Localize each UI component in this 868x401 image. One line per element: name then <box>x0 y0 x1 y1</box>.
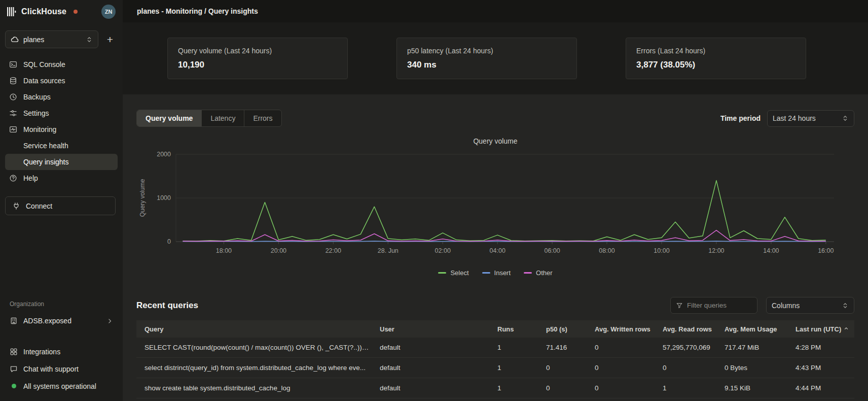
console-icon <box>9 60 17 69</box>
organization-item[interactable]: ADSB.exposed <box>5 312 118 329</box>
cloud-icon <box>11 36 19 44</box>
sidebar-item-sql-console[interactable]: SQL Console <box>5 56 118 73</box>
controls-row: Query volumeLatencyErrors Time period La… <box>136 110 854 127</box>
brand[interactable]: ClickHouse <box>7 7 66 16</box>
svg-text:04:00: 04:00 <box>490 247 505 254</box>
sidebar-item-service-health[interactable]: Service health <box>5 138 118 154</box>
sidebar-item-label: Service health <box>23 142 68 150</box>
chart-title: Query volume <box>136 137 854 145</box>
plug-icon <box>12 202 20 210</box>
svg-text:08:00: 08:00 <box>599 247 614 254</box>
chart-legend: SelectInsertOther <box>136 269 854 277</box>
cell-runs: 1 <box>492 358 541 378</box>
sidebar-item-help[interactable]: Help <box>5 170 118 186</box>
add-service-button[interactable]: + <box>103 33 117 46</box>
column-header-query[interactable]: Query <box>136 320 375 338</box>
stat-card-errors-last-24-hours: Errors (Last 24 hours)3,877 (38.05%) <box>626 38 806 79</box>
column-header-runs[interactable]: Runs <box>492 320 541 338</box>
legend-item-other[interactable]: Other <box>524 269 553 277</box>
sidebar: ClickHouse ZN planes + SQ <box>0 0 123 401</box>
svg-text:16:00: 16:00 <box>818 247 834 254</box>
filter-queries-box[interactable] <box>670 297 757 314</box>
stat-card-label: Query volume (Last 24 hours) <box>178 47 337 55</box>
footer-item-label: All systems operational <box>23 382 96 390</box>
query-volume-chart: 01000200018:0020:0022:0028. Jun02:0004:0… <box>136 147 854 268</box>
tab-latency[interactable]: Latency <box>202 110 244 126</box>
help-icon <box>9 174 17 182</box>
stat-card-value: 3,877 (38.05%) <box>636 60 795 70</box>
tab-group: Query volumeLatencyErrors <box>136 110 282 127</box>
chevron-up-down-icon <box>86 36 93 43</box>
organization-section: Organization ADSB.exposed <box>0 300 123 329</box>
filter-queries-input[interactable] <box>687 302 752 309</box>
cell-user: default <box>375 338 492 358</box>
cell-avg-mem-usage: 0 Bytes <box>719 358 790 378</box>
main-column: planes - Monitoring / Query insights Que… <box>123 0 868 401</box>
stat-card-value: 10,190 <box>178 60 337 70</box>
column-header-avg-written-rows[interactable]: Avg. Written rows <box>590 320 658 338</box>
sidebar-top: ClickHouse ZN <box>0 0 123 23</box>
avatar[interactable]: ZN <box>101 5 116 19</box>
cell-runs: 1 <box>492 338 541 358</box>
backups-icon <box>9 93 17 101</box>
footer-item-all-systems-operational[interactable]: All systems operational <box>5 378 118 394</box>
column-header-p50-s[interactable]: p50 (s) <box>541 320 590 338</box>
tab-errors[interactable]: Errors <box>244 110 281 126</box>
building-icon <box>10 317 18 325</box>
breadcrumb: planes - Monitoring / Query insights <box>137 7 258 15</box>
footer-item-label: Integrations <box>23 348 60 356</box>
cell-last-run-utc: 4:44 PM <box>790 378 854 398</box>
table-row[interactable]: SELECT CAST(round(pow(count() / max(coun… <box>136 338 854 358</box>
column-header-last-run-utc[interactable]: Last run (UTC) <box>790 320 854 338</box>
table-row[interactable]: show create table system.distributed_cac… <box>136 378 854 398</box>
stat-card-label: p50 latency (Last 24 hours) <box>407 47 566 55</box>
svg-text:28. Jun: 28. Jun <box>378 247 399 254</box>
legend-label: Select <box>450 269 468 277</box>
svg-text:20:00: 20:00 <box>271 247 286 254</box>
recent-queries-table: QueryUserRunsp50 (s)Avg. Written rowsAvg… <box>136 320 854 398</box>
status-dot <box>10 384 18 388</box>
stat-card-label: Errors (Last 24 hours) <box>636 47 795 55</box>
chat-icon <box>10 365 18 373</box>
sidebar-item-settings[interactable]: Settings <box>5 105 118 121</box>
service-selector[interactable]: planes <box>5 30 98 48</box>
tab-query-volume[interactable]: Query volume <box>137 110 202 126</box>
legend-item-insert[interactable]: Insert <box>482 269 511 277</box>
time-period: Time period Last 24 hours <box>720 110 854 127</box>
sort-asc-icon <box>844 325 849 332</box>
connect-button[interactable]: Connect <box>5 196 116 215</box>
column-header-avg-read-rows[interactable]: Avg. Read rows <box>658 320 719 338</box>
chevron-up-down-icon <box>842 302 849 309</box>
svg-text:22:00: 22:00 <box>326 247 341 254</box>
table-row[interactable]: select distrinct(query_id) from system.d… <box>136 358 854 378</box>
svg-text:18:00: 18:00 <box>216 247 232 254</box>
app-root: ClickHouse ZN planes + SQ <box>0 0 868 401</box>
legend-swatch <box>524 272 532 274</box>
sidebar-item-backups[interactable]: Backups <box>5 89 118 105</box>
legend-swatch <box>482 272 490 274</box>
sidebar-item-data-sources[interactable]: Data sources <box>5 73 118 89</box>
columns-select[interactable]: Columns <box>766 297 854 314</box>
time-period-select[interactable]: Last 24 hours <box>767 110 854 127</box>
service-name: planes <box>23 36 44 44</box>
cell-last-run-utc: 4:43 PM <box>790 358 854 378</box>
stats-band: Query volume (Last 24 hours)10,190p50 la… <box>123 22 868 94</box>
svg-text:06:00: 06:00 <box>544 247 560 254</box>
sidebar-item-monitoring[interactable]: Monitoring <box>5 121 118 138</box>
column-header-user[interactable]: User <box>375 320 492 338</box>
cell-avg-read-rows: 0 <box>658 358 719 378</box>
organization-section-label: Organization <box>5 300 118 308</box>
stat-card-query-volume-last-24-hours: Query volume (Last 24 hours)10,190 <box>167 38 348 79</box>
sidebar-item-query-insights[interactable]: Query insights <box>5 154 118 170</box>
svg-text:12:00: 12:00 <box>708 247 724 254</box>
clickhouse-logo-icon <box>7 7 17 16</box>
integrations-icon <box>10 348 18 356</box>
footer-item-chat-with-support[interactable]: Chat with support <box>5 361 118 377</box>
connect-label: Connect <box>26 202 52 210</box>
legend-item-select[interactable]: Select <box>438 269 468 277</box>
filter-icon <box>676 302 683 309</box>
footer-item-integrations[interactable]: Integrations <box>5 344 118 359</box>
column-header-avg-mem-usage[interactable]: Avg. Mem Usage <box>719 320 790 338</box>
data-sources-icon <box>9 77 17 85</box>
cell-runs: 1 <box>492 378 541 398</box>
